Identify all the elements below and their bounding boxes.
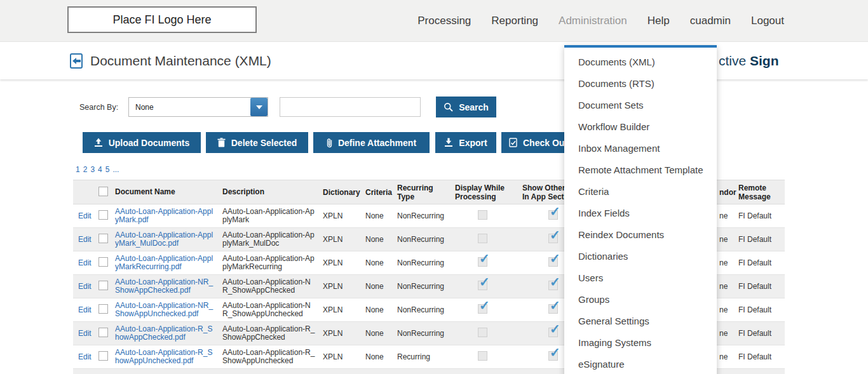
show-other-checkbox[interactable] xyxy=(548,257,558,267)
recurring-type-cell: NonRecurring xyxy=(392,305,451,314)
export-button[interactable]: Export xyxy=(435,132,496,153)
administration-dropdown-menu: Documents (XML) Documents (RTS) Document… xyxy=(564,45,717,374)
vendor-cell: ne xyxy=(715,352,734,361)
show-other-checkbox[interactable] xyxy=(548,210,558,220)
document-name-link[interactable]: AAuto-Loan-Application-NR_ShowAppChecked… xyxy=(115,277,213,295)
menu-item-esignature[interactable]: eSignature xyxy=(564,354,717,374)
menu-item-inbox-management[interactable]: Inbox Management xyxy=(564,138,717,159)
page-link-1[interactable]: 1 xyxy=(76,165,80,174)
document-xml-icon xyxy=(69,53,85,69)
nav-cuadmin[interactable]: cuadmin xyxy=(690,15,731,27)
nav-reporting[interactable]: Reporting xyxy=(491,15,538,27)
document-name-link[interactable]: AAuto-Loan-Application-ApplyMarkRecurrin… xyxy=(115,254,213,271)
edit-link[interactable]: Edit xyxy=(78,329,92,338)
menu-item-workflow-builder[interactable]: Workflow Builder xyxy=(564,116,717,138)
header-remote-message: Remote Message xyxy=(734,184,785,201)
menu-item-general-settings[interactable]: General Settings xyxy=(564,311,717,332)
menu-item-documents-xml[interactable]: Documents (XML) xyxy=(564,51,717,73)
search-by-label: Search By: xyxy=(79,103,118,112)
description-cell: AAuto-Loan-Application-NR_ShowAppChecked xyxy=(220,278,320,295)
display-while-processing-checkbox[interactable] xyxy=(478,351,487,361)
delete-selected-label: Delete Selected xyxy=(231,138,297,148)
paperclip-icon xyxy=(327,138,332,148)
show-other-checkbox[interactable] xyxy=(548,304,558,314)
row-select-checkbox[interactable] xyxy=(98,234,108,243)
nav-processing[interactable]: Processing xyxy=(417,15,471,27)
page-link-2[interactable]: 2 xyxy=(83,165,88,174)
delete-selected-button[interactable]: Delete Selected xyxy=(206,132,308,153)
edit-link[interactable]: Edit xyxy=(78,235,92,244)
edit-link[interactable]: Edit xyxy=(78,258,92,267)
edit-link[interactable]: Edit xyxy=(78,305,92,314)
row-select-checkbox[interactable] xyxy=(98,351,108,361)
vendor-cell: ne xyxy=(715,211,734,220)
page-link-more[interactable]: ... xyxy=(112,165,119,174)
dictionary-cell: XPLN xyxy=(320,211,360,220)
trash-icon xyxy=(217,138,226,147)
menu-item-dictionaries[interactable]: Dictionaries xyxy=(564,246,717,267)
document-name-link[interactable]: AAuto-Loan-Application-ApplyMark.pdf xyxy=(115,207,213,224)
edit-link[interactable]: Edit xyxy=(78,352,92,361)
menu-item-criteria[interactable]: Criteria xyxy=(564,181,717,203)
menu-item-users[interactable]: Users xyxy=(564,267,717,289)
menu-item-reindex-documents[interactable]: Reindex Documents xyxy=(564,224,717,246)
header-display-while-processing: Display While Processing xyxy=(451,184,513,201)
menu-item-imaging-systems[interactable]: Imaging Systems xyxy=(564,332,717,354)
select-all-checkbox[interactable] xyxy=(98,187,108,196)
remote-message-cell: FI Default xyxy=(734,235,785,244)
row-select-checkbox[interactable] xyxy=(98,210,108,220)
menu-item-document-sets[interactable]: Document Sets xyxy=(564,95,717,116)
upload-documents-label: Upload Documents xyxy=(109,138,190,148)
menu-item-index-fields[interactable]: Index Fields xyxy=(564,203,717,224)
menu-item-documents-rts[interactable]: Documents (RTS) xyxy=(564,73,717,95)
page-link-3[interactable]: 3 xyxy=(90,165,95,174)
show-other-checkbox[interactable] xyxy=(548,328,558,337)
define-attachment-button[interactable]: Define Attachment xyxy=(313,132,430,153)
display-while-processing-checkbox[interactable] xyxy=(478,281,487,290)
criteria-cell: None xyxy=(360,305,392,314)
document-name-link[interactable]: AAuto-Loan-Application-R_ShowAppChecked.… xyxy=(115,324,212,342)
document-name-link[interactable]: AAuto-Loan-Application-NR_ShowAppUncheck… xyxy=(115,301,213,318)
row-select-checkbox[interactable] xyxy=(98,328,108,337)
search-by-dropdown[interactable]: None xyxy=(128,97,268,117)
nav-help[interactable]: Help xyxy=(648,15,670,27)
display-while-processing-checkbox[interactable] xyxy=(478,304,487,314)
check-out-label: Check Out xyxy=(523,138,567,148)
show-other-checkbox[interactable] xyxy=(548,234,558,243)
remote-message-cell: FI Default xyxy=(734,329,785,338)
page-link-5[interactable]: 5 xyxy=(105,165,110,174)
row-select-checkbox[interactable] xyxy=(98,281,108,290)
show-other-checkbox[interactable] xyxy=(548,281,558,290)
nav-administration[interactable]: Administration xyxy=(559,15,627,27)
search-button-label: Search xyxy=(459,102,489,112)
download-icon xyxy=(444,138,453,147)
document-name-link[interactable]: AAuto-Loan-Application-R_ShowAppUnchecke… xyxy=(115,348,212,365)
dictionary-cell: XPLN xyxy=(320,235,360,244)
display-while-processing-checkbox[interactable] xyxy=(478,210,487,220)
edit-link[interactable]: Edit xyxy=(78,282,92,291)
row-select-checkbox[interactable] xyxy=(98,304,108,314)
criteria-cell: None xyxy=(360,282,392,291)
display-while-processing-checkbox[interactable] xyxy=(478,257,487,267)
show-other-checkbox[interactable] xyxy=(548,351,558,361)
brand-text-bold: Sign xyxy=(750,53,779,69)
display-while-processing-checkbox[interactable] xyxy=(478,328,487,337)
page-link-4[interactable]: 4 xyxy=(98,165,102,174)
brand-text-regular: ctive xyxy=(719,53,750,69)
recurring-type-cell: NonRecurring xyxy=(392,282,451,291)
recurring-type-cell: NonRecurring xyxy=(392,235,451,244)
dropdown-button[interactable] xyxy=(250,98,268,116)
row-select-checkbox[interactable] xyxy=(98,257,108,267)
document-name-link[interactable]: AAuto-Loan-Application-ApplyMark_MulDoc.… xyxy=(115,230,213,248)
menu-item-remote-attachment-template[interactable]: Remote Attachment Template xyxy=(564,159,717,181)
search-input[interactable] xyxy=(280,97,421,117)
fi-logo-text: Place FI Logo Here xyxy=(112,13,211,27)
menu-item-groups[interactable]: Groups xyxy=(564,289,717,311)
recurring-type-cell: NonRecurring xyxy=(392,258,451,267)
display-while-processing-checkbox[interactable] xyxy=(478,234,487,243)
edit-link[interactable]: Edit xyxy=(78,211,92,220)
nav-logout[interactable]: Logout xyxy=(751,15,784,27)
search-button[interactable]: Search xyxy=(436,97,496,117)
recurring-type-cell: NonRecurring xyxy=(392,329,451,338)
upload-documents-button[interactable]: Upload Documents xyxy=(83,132,201,153)
